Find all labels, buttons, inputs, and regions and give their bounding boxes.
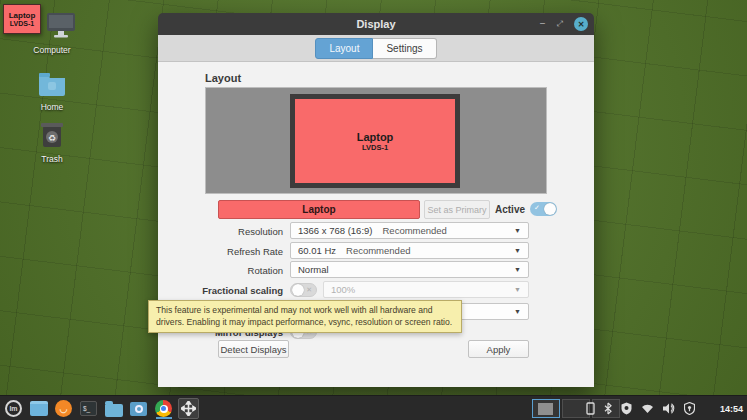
security-shield-icon[interactable] [684, 402, 695, 415]
experimental-feature-tooltip: This feature is experimental and may not… [148, 300, 462, 333]
desktop-icon-label: Computer [20, 45, 84, 55]
window-title: Display [356, 18, 395, 30]
chevron-down-icon: ▼ [514, 227, 521, 234]
clock[interactable]: 14:54 [720, 396, 743, 420]
display-settings-task[interactable] [178, 398, 199, 419]
section-title: Layout [205, 72, 241, 84]
set-as-primary-button[interactable]: Set as Primary [424, 200, 490, 219]
chevron-down-icon: ▼ [514, 308, 521, 315]
rotation-value: Normal [298, 264, 329, 275]
apply-button[interactable]: Apply [468, 340, 529, 358]
chevron-down-icon: ▼ [514, 286, 521, 293]
desktop-window-icon [30, 401, 48, 416]
mint-menu-button[interactable]: lm [3, 398, 24, 419]
titlebar[interactable]: Display − ⤢ ✕ [158, 13, 594, 35]
taskbar: lm ◡ $_ [0, 395, 747, 420]
bluetooth-icon[interactable] [604, 402, 612, 415]
resolution-label: Resolution [158, 222, 283, 237]
rotation-label: Rotation [158, 261, 283, 276]
display-laptop-button[interactable]: Laptop [218, 200, 420, 219]
badge-title: Laptop [9, 11, 36, 20]
web-app-launcher[interactable]: ◡ [53, 398, 74, 419]
toggle-knob [292, 284, 304, 296]
resolution-value: 1366 x 768 (16:9) [298, 225, 372, 236]
toggle-knob [544, 203, 556, 215]
monitor-name: Laptop [357, 131, 394, 143]
shield-icon[interactable] [621, 402, 632, 415]
tab-band: Layout Settings [158, 35, 594, 62]
fractional-scaling-label: Fractional scaling [158, 281, 283, 296]
restore-button[interactable]: ⤢ [557, 20, 563, 28]
desktop-icon-label: Home [22, 102, 82, 112]
volume-icon[interactable] [663, 403, 675, 414]
camera-icon [130, 402, 147, 416]
chrome-launcher[interactable] [153, 398, 174, 419]
folder-icon [105, 404, 123, 417]
resolution-hint: Recommended [382, 225, 446, 236]
window-content: Layout Laptop LVDS-1 Laptop Set as Prima… [158, 62, 594, 387]
device-icon[interactable] [586, 402, 595, 415]
wifi-icon[interactable] [641, 403, 654, 414]
toggle-x-icon: ✕ [306, 286, 312, 294]
files-launcher[interactable] [103, 398, 124, 419]
scale-dropdown: 100% ▼ [323, 281, 529, 298]
monitor-layout-canvas[interactable]: Laptop LVDS-1 [205, 87, 547, 194]
arrange-displays-icon [181, 401, 196, 416]
system-tray [586, 396, 695, 420]
rotation-dropdown[interactable]: Normal ▼ [290, 261, 529, 278]
tab-layout[interactable]: Layout [315, 38, 373, 59]
minimize-button[interactable]: − [540, 19, 546, 29]
display-identify-badge: Laptop LVDS-1 [3, 4, 41, 34]
terminal-launcher[interactable]: $_ [78, 398, 99, 419]
close-button[interactable]: ✕ [574, 17, 588, 31]
active-label: Active [495, 204, 525, 215]
refresh-rate-value: 60.01 Hz [298, 245, 336, 256]
badge-subtitle: LVDS-1 [10, 20, 34, 27]
terminal-icon: $_ [80, 401, 97, 416]
show-desktop-button[interactable] [28, 398, 49, 419]
desktop-icon-home[interactable]: Home [22, 71, 82, 112]
mint-logo-icon: lm [5, 400, 22, 417]
chevron-down-icon: ▼ [514, 266, 521, 273]
svg-text:♻: ♻ [48, 133, 56, 143]
refresh-rate-dropdown[interactable]: 60.01 Hz Recommended ▼ [290, 242, 529, 259]
refresh-rate-label: Refresh Rate [158, 242, 283, 257]
workspace-1[interactable] [532, 399, 560, 418]
monitor-port: LVDS-1 [362, 143, 388, 152]
trash-can-icon: ♻ [40, 121, 64, 148]
chrome-icon [155, 400, 172, 417]
resolution-dropdown[interactable]: 1366 x 768 (16:9) Recommended ▼ [290, 222, 529, 239]
screenshot-launcher[interactable] [128, 398, 149, 419]
desktop-icon-trash[interactable]: ♻ Trash [24, 121, 80, 164]
running-app-indicator [156, 417, 172, 419]
toggle-check-icon: ✓ [534, 204, 540, 212]
tab-settings[interactable]: Settings [373, 38, 436, 59]
chevron-down-icon: ▼ [514, 247, 521, 254]
display-selector-row: Laptop Set as Primary Active ✓ [158, 200, 594, 219]
active-toggle[interactable]: ✓ [530, 202, 557, 216]
orange-app-icon: ◡ [55, 400, 72, 417]
fractional-scaling-toggle[interactable]: ✕ [290, 283, 317, 297]
scale-value: 100% [331, 284, 355, 295]
detect-displays-button[interactable]: Detect Displays [218, 340, 289, 358]
refresh-rate-hint: Recommended [346, 245, 410, 256]
computer-monitor-icon [46, 12, 76, 39]
home-folder-icon [37, 71, 67, 96]
desktop-icon-label: Trash [24, 154, 80, 164]
monitor-preview[interactable]: Laptop LVDS-1 [290, 94, 460, 188]
workspace-window-thumb [538, 403, 553, 415]
